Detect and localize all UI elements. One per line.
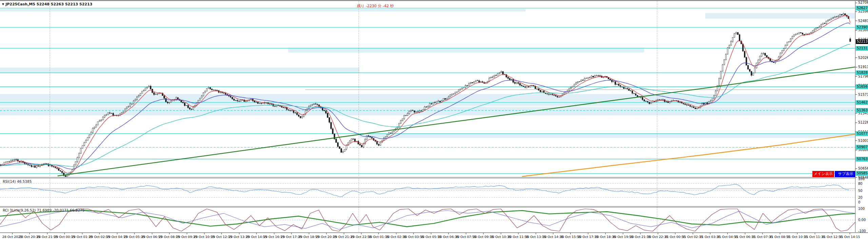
time-tick — [291, 233, 292, 234]
sr-zone-band — [0, 107, 855, 115]
sr-price-label: 51077 — [856, 131, 868, 136]
sr-zone-band — [359, 133, 855, 138]
time-tick — [47, 233, 47, 234]
rci-indicator-label: RCI 3Line(9,26,52) 71.6989 -20.0171 66.8… — [3, 208, 84, 212]
time-tick — [850, 233, 850, 234]
rsi-scale-label: 100 — [858, 177, 865, 181]
time-tick — [640, 233, 640, 234]
symbol-ohlc-text: JP225Cash,M5 52248 52263 52213 52213 — [5, 2, 92, 6]
time-tick — [413, 233, 414, 234]
time-tick — [623, 233, 623, 234]
time-tick — [658, 233, 658, 234]
time-tick — [588, 233, 588, 234]
time-tick — [501, 233, 501, 234]
time-tick — [117, 233, 117, 234]
price-tick — [855, 94, 857, 95]
time-tick — [99, 233, 100, 234]
price-tick — [855, 113, 857, 113]
panel-splitter-rsi[interactable] — [0, 177, 868, 178]
time-tick — [675, 233, 675, 234]
sr-price-label: 50763 — [856, 157, 868, 161]
time-tick — [553, 233, 553, 234]
price-axis-label: 50656 — [858, 166, 868, 171]
rci-line-medium — [0, 210, 855, 230]
sr-price-label: 52390 — [856, 25, 868, 30]
time-tick — [187, 233, 187, 234]
time-tick — [204, 233, 204, 234]
time-tick — [396, 233, 396, 234]
sr-price-label: 50585 — [856, 171, 868, 176]
time-tick — [466, 233, 466, 234]
time-tick — [12, 233, 13, 234]
price-tick — [855, 30, 857, 30]
time-tick — [361, 233, 361, 234]
price-axis-label: 52481 — [858, 19, 868, 23]
sr-price-label: 52627 — [856, 6, 868, 10]
chart-plot-area[interactable] — [0, 0, 855, 232]
collapse-triangle-icon[interactable]: ▼ — [2, 3, 4, 6]
time-tick — [762, 233, 763, 234]
price-axis-label: 52026 — [858, 56, 868, 60]
main-display-button[interactable]: メイン表示 — [812, 171, 834, 177]
time-tick — [693, 233, 693, 234]
sr-zone-band — [0, 68, 359, 72]
time-tick — [326, 233, 327, 234]
time-tick — [274, 233, 274, 234]
time-tick — [82, 233, 82, 234]
price-axis[interactable]: 5270652596524815236652251520265191151796… — [855, 1, 868, 232]
price-tick — [855, 3, 857, 3]
price-tick — [855, 177, 857, 178]
price-tick — [855, 76, 857, 77]
time-tick — [309, 233, 309, 234]
sr-price-label: 52131 — [856, 46, 868, 51]
sr-zone-band — [0, 8, 526, 12]
time-tick — [256, 233, 257, 234]
time-tick — [152, 233, 152, 234]
symbol-header: ▼JP225Cash,M5 52248 52263 52213 52213 — [2, 2, 92, 6]
time-tick — [483, 233, 484, 234]
rci-scale-label: 100 — [858, 206, 865, 211]
time-axis-label: 31 Oct 14:15 — [836, 235, 863, 239]
time-tick — [221, 233, 222, 234]
price-axis-label: 51226 — [858, 120, 868, 125]
sr-price-label: 51828 — [856, 70, 868, 75]
price-tick — [855, 169, 857, 169]
time-axis[interactable]: 28 Oct 202528 Oct 20:3528 Oct 21:5529 Oc… — [0, 233, 868, 240]
time-tick — [605, 233, 606, 234]
sr-price-label: 51363 — [856, 108, 868, 113]
rsi-scale-label: 80 — [858, 181, 863, 186]
sr-price-label: 51462 — [856, 100, 868, 105]
current-price-label: 52213 — [856, 39, 868, 44]
time-tick — [134, 233, 135, 234]
time-tick — [570, 233, 571, 234]
time-tick — [536, 233, 536, 234]
panel-splitter-rci[interactable] — [0, 206, 868, 208]
time-tick — [797, 233, 797, 234]
sr-price-label: 51656 — [856, 84, 868, 89]
time-tick — [780, 233, 780, 234]
price-tick — [855, 21, 857, 21]
rci-scale-label: 0.00 — [858, 218, 866, 222]
time-tick — [815, 233, 815, 234]
sub-display-button[interactable]: サブ表示 — [835, 171, 856, 177]
time-tick — [29, 233, 30, 234]
time-tick — [239, 233, 239, 234]
price-tick — [855, 12, 857, 12]
ma-line-orange — [522, 134, 855, 176]
time-tick — [745, 233, 745, 234]
rsi-scale-label: 20 — [858, 195, 863, 200]
chart-window: ▼JP225Cash,M5 52248 52263 52213 52213 残り… — [0, 0, 868, 240]
time-tick — [169, 233, 170, 234]
rci-line-slow — [0, 210, 855, 227]
time-tick — [448, 233, 449, 234]
time-tick — [431, 233, 431, 234]
sr-price-label: 50907 — [856, 145, 868, 150]
price-axis-label: 51001 — [858, 138, 868, 143]
fib-236-label: 23.6 — [524, 85, 531, 88]
price-axis-label: 51911 — [858, 65, 868, 69]
ma-line-green — [58, 67, 855, 176]
rsi-indicator-label: RSI(14) 46.5385 — [3, 179, 32, 183]
time-tick — [727, 233, 728, 234]
price-tick — [855, 67, 857, 67]
rsi-scale-label: 50 — [858, 189, 863, 193]
